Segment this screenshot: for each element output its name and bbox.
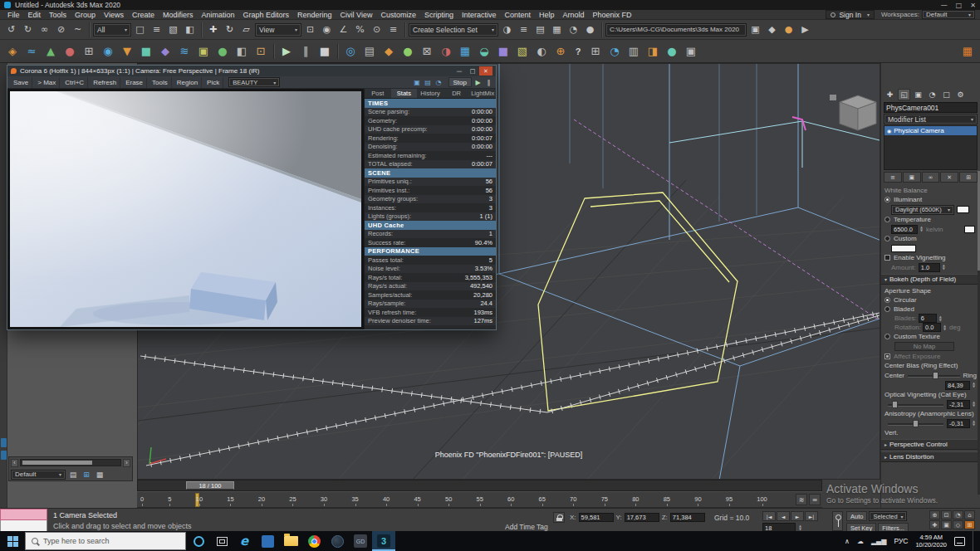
scroll-left-button[interactable]: ‹: [11, 459, 18, 467]
corona-stats-tab[interactable]: LightMix: [469, 89, 496, 98]
toolbar-icon[interactable]: ◨: [644, 42, 662, 61]
minimize-button[interactable]: —: [941, 2, 948, 9]
custom-color-swatch[interactable]: [891, 245, 916, 252]
toolbar-icon[interactable]: ◈: [3, 42, 22, 61]
toolbar-icon[interactable]: %: [352, 22, 368, 37]
center-bias-field[interactable]: 84,39: [945, 381, 970, 390]
toolbar-icon[interactable]: ◧: [182, 22, 198, 37]
toolbar-icon[interactable]: ∞: [37, 22, 52, 37]
toolbar-icon[interactable]: ⊙: [369, 22, 385, 37]
toolbar-icon[interactable]: ▦: [549, 22, 565, 37]
toolbar-icon[interactable]: ▱: [238, 22, 254, 37]
taskbar-app-gd[interactable]: GD: [349, 531, 372, 551]
render-control-icon[interactable]: ∥: [484, 78, 493, 87]
playback-icon[interactable]: ▶: [277, 42, 296, 61]
toolbar-icon[interactable]: ↻: [20, 22, 36, 37]
taskbar-search-input[interactable]: Type here to search: [25, 532, 186, 550]
toolbar-icon[interactable]: ∠: [336, 22, 351, 37]
command-panel-tab[interactable]: ✚: [884, 89, 896, 100]
x-coordinate-field[interactable]: 59,581: [579, 513, 614, 522]
viewport-nav-button[interactable]: ⊡: [941, 510, 952, 519]
menu-item[interactable]: Rendering: [293, 11, 336, 19]
stack-tool-button[interactable]: ✕: [940, 172, 958, 183]
listener-macro-row[interactable]: [0, 509, 47, 520]
toolbar-icon[interactable]: ◉: [319, 22, 335, 37]
toolbar-icon[interactable]: ◉: [99, 42, 117, 61]
stack-item-physical-camera[interactable]: ◉ Physical Camera: [884, 126, 977, 135]
taskbar-app-chrome[interactable]: [302, 531, 326, 551]
toolbar-icon[interactable]: ●: [582, 22, 598, 37]
corona-toolbar-button[interactable]: Refresh: [90, 77, 120, 88]
viewport-nav-button[interactable]: ⌂: [964, 510, 975, 519]
add-time-tag[interactable]: Add Time Tag: [505, 523, 548, 531]
illuminant-dropdown[interactable]: Daylight (6500K)▾: [891, 205, 954, 215]
viewport-nav-button[interactable]: ▣: [941, 520, 952, 529]
toolbar-icon[interactable]: ●: [663, 42, 681, 61]
frame-spinner[interactable]: ▲▼: [797, 524, 803, 531]
taskbar-app-circle[interactable]: [326, 531, 349, 551]
taskbar-app-3dsmax[interactable]: 3: [372, 531, 395, 551]
spinner[interactable]: ▲▼: [971, 420, 977, 427]
minibar-icon[interactable]: ▦: [94, 470, 105, 480]
menu-item[interactable]: Tools: [45, 11, 71, 19]
time-slider-handle[interactable]: 18 / 100: [186, 481, 234, 490]
enable-vignetting-checkbox[interactable]: Enable Vignetting: [881, 253, 980, 262]
render-pass-dropdown[interactable]: BEAUTY▾: [228, 77, 280, 87]
toolbar-icon[interactable]: ✚: [205, 22, 221, 37]
corona-maximize-button[interactable]: □: [466, 66, 479, 76]
toolbar-icon[interactable]: ⊡: [302, 22, 318, 37]
menu-item[interactable]: Views: [100, 11, 128, 19]
time-slider[interactable]: 18 / 100: [137, 480, 822, 491]
menu-item[interactable]: Create: [128, 11, 159, 19]
custom-radio[interactable]: Custom: [881, 234, 980, 243]
toolbar-icon[interactable]: ▧: [165, 22, 181, 37]
toolbar-icon[interactable]: ~: [70, 22, 86, 37]
toolbar-icon[interactable]: ◎: [341, 42, 360, 61]
illuminant-radio[interactable]: Illuminant: [881, 195, 980, 204]
named-selection-set-combo[interactable]: Create Selection Set▾: [409, 23, 498, 37]
toolbar-icon[interactable]: □: [132, 22, 148, 37]
menu-item[interactable]: Help: [535, 11, 559, 19]
toolbar-icon[interactable]: ▣: [194, 42, 213, 61]
selection-lock-icon[interactable]: [553, 512, 565, 523]
toolbar-icon[interactable]: ◆: [380, 42, 398, 61]
task-view-icon[interactable]: [217, 537, 228, 546]
viewport-nav-button[interactable]: ◔: [953, 510, 963, 519]
viewport-nav-button[interactable]: ✚: [929, 520, 940, 529]
toolbar-icon[interactable]: ≡: [385, 22, 401, 37]
corona-stats-tab[interactable]: Post: [365, 89, 391, 98]
bladed-radio[interactable]: Bladed: [881, 305, 980, 314]
y-coordinate-field[interactable]: 17,673: [625, 513, 659, 522]
stack-tool-button[interactable]: ≡: [884, 172, 902, 183]
selection-filter-dropdown[interactable]: All▾: [93, 23, 131, 37]
maxscript-mini-listener[interactable]: [0, 509, 47, 532]
white-balance-swatch[interactable]: [957, 206, 969, 213]
tray-icon[interactable]: ∧: [845, 538, 850, 545]
playback-button[interactable]: |◄: [762, 511, 776, 521]
corona-icon-button[interactable]: ◔: [434, 78, 443, 87]
toolbar-icon[interactable]: ▣: [682, 42, 700, 61]
spinner[interactable]: ▲▼: [941, 264, 947, 271]
start-button[interactable]: [0, 531, 25, 551]
z-coordinate-field[interactable]: 71,384: [670, 513, 705, 522]
amount-field[interactable]: 1.0: [919, 263, 940, 272]
tray-icon[interactable]: ☁: [857, 538, 864, 545]
toolbar-icon[interactable]: ◒: [475, 42, 493, 61]
close-button[interactable]: ✕: [970, 2, 976, 9]
toolbar-icon[interactable]: ▲: [42, 42, 60, 61]
toolbar-icon[interactable]: ●: [781, 22, 796, 37]
modifier-list-dropdown[interactable]: Modifier List▾: [884, 114, 978, 124]
menu-item[interactable]: Phoenix FD: [589, 11, 636, 19]
track-bar[interactable]: 0510152025303540455055606570758085909510…: [137, 491, 822, 508]
temperature-field[interactable]: 6500.0: [891, 225, 918, 234]
toolbar-icon[interactable]: ↺: [3, 22, 19, 37]
toolbar-icon[interactable]: ●: [213, 42, 232, 61]
toolbar-icon[interactable]: ◑: [499, 22, 515, 37]
rollout-lens-distortion[interactable]: ▸Lens Distortion: [881, 451, 980, 462]
menu-item[interactable]: Arnold: [559, 11, 589, 19]
toolbar-icon[interactable]: ◧: [233, 42, 251, 61]
spinner[interactable]: ▲▼: [971, 382, 977, 388]
modifier-stack[interactable]: ◉ Physical Camera: [884, 125, 978, 170]
command-panel-tab[interactable]: ▣: [912, 89, 924, 100]
command-panel-tab[interactable]: ◔: [926, 89, 938, 100]
